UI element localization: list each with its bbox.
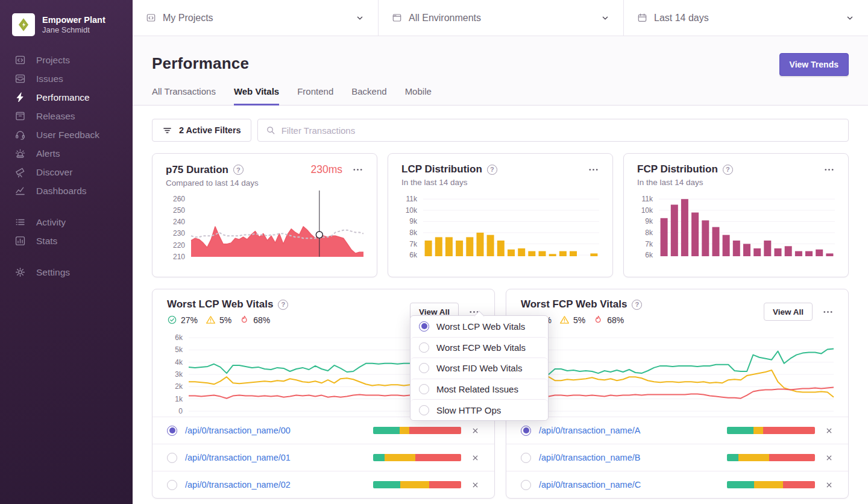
page-title: Performance [152, 53, 249, 74]
date-range-selector[interactable]: Last 14 days [624, 0, 868, 36]
transaction-radio[interactable] [521, 480, 531, 490]
menu-item-worst-fcp-web-vitals[interactable]: Worst FCP Web Vitals [410, 337, 548, 358]
transaction-radio[interactable] [167, 426, 177, 436]
filter-row: 2 Active Filters [152, 119, 849, 142]
sidebar-item-discover[interactable]: Discover [0, 163, 133, 181]
active-filters-button[interactable]: 2 Active Filters [152, 119, 251, 142]
ellipsis-menu-button[interactable] [352, 164, 363, 175]
performance-icon [14, 92, 26, 103]
bar-segment-poor [769, 454, 815, 461]
sidebar-item-issues[interactable]: Issues [0, 69, 133, 88]
y-tick-label: 240 [173, 218, 185, 226]
sidebar-item-settings[interactable]: Settings [0, 263, 133, 282]
transaction-radio[interactable] [167, 480, 177, 490]
chevron-down-icon [600, 13, 610, 23]
sidebar-item-label: User Feedback [36, 130, 99, 140]
topbar: My Projects All Environments Last 14 day… [133, 0, 868, 36]
ellipsis-menu-button[interactable] [822, 306, 834, 318]
close-icon[interactable] [471, 426, 480, 435]
search-input[interactable] [281, 125, 840, 136]
menu-item-slow-http-ops[interactable]: Slow HTTP Ops [410, 399, 548, 420]
menu-item-worst-fid-web-vitals[interactable]: Worst FID Web Vitals [410, 358, 548, 379]
transaction-link[interactable]: /api/0/transaction_name/02 [185, 480, 365, 490]
ellipsis-menu-button[interactable] [588, 164, 599, 175]
vitals-stat-value: 5% [219, 315, 231, 325]
sidebar-item-projects[interactable]: Projects [0, 51, 133, 69]
vitals-stats: 27%5%68% [521, 315, 764, 325]
org-user: Jane Schmidt [42, 25, 105, 35]
transaction-link[interactable]: /api/0/transaction_name/C [539, 480, 719, 490]
help-icon[interactable]: ? [487, 165, 497, 175]
diamond-logo-icon [16, 17, 31, 33]
transaction-radio[interactable] [167, 453, 177, 463]
sidebar-item-performance[interactable]: Performance [0, 88, 133, 107]
fcp-vitals-trend-chart [542, 330, 834, 411]
tab-all-transactions[interactable]: All Transactions [152, 86, 216, 106]
chevron-down-icon [355, 13, 365, 23]
ellipsis-menu-button[interactable] [823, 164, 835, 175]
card-subtitle: Compared to last 14 days [166, 178, 363, 187]
calendar-icon [637, 13, 647, 23]
tab-web-vitals[interactable]: Web Vitals [234, 86, 279, 106]
transaction-radio[interactable] [521, 453, 531, 463]
transaction-list: /api/0/transaction_name/00/api/0/transac… [153, 417, 494, 498]
vitals-breakdown-bar [373, 454, 461, 461]
y-tick-label: 6k [175, 333, 183, 342]
sidebar-item-stats[interactable]: Stats [0, 232, 133, 250]
help-icon[interactable]: ? [632, 300, 642, 310]
project-selector[interactable]: My Projects [133, 0, 379, 36]
sidebar-item-label: Stats [36, 236, 57, 247]
y-axis: 11k10k9k8k7k6k [637, 192, 659, 256]
menu-radio[interactable] [419, 342, 429, 353]
menu-radio[interactable] [419, 405, 429, 415]
sidebar-item-user-feedback[interactable]: User Feedback [0, 125, 133, 144]
bar-segment-poor [429, 481, 461, 488]
menu-radio[interactable] [419, 321, 429, 332]
org-switcher[interactable]: Empower Plant Jane Schmidt [0, 7, 133, 41]
ellipsis-icon [588, 164, 599, 175]
y-axis: 6k5k4k3k2k1k0 [167, 330, 189, 411]
tabs: All TransactionsWeb VitalsFrontendBacken… [152, 86, 849, 105]
p75-duration-card: p75 Duration ? 230ms Compared to last 14… [152, 153, 377, 277]
sidebar-item-releases[interactable]: Releases [0, 107, 133, 125]
sidebar-item-dashboards[interactable]: Dashboards [0, 181, 133, 200]
tab-backend[interactable]: Backend [351, 86, 386, 106]
bar-segment-good [727, 427, 753, 434]
menu-item-most-related-issues[interactable]: Most Related Issues [410, 379, 548, 400]
view-all-button[interactable]: View All [764, 303, 813, 321]
close-icon[interactable] [825, 426, 834, 435]
close-icon[interactable] [825, 480, 834, 490]
transaction-link[interactable]: /api/0/transaction_name/00 [185, 426, 365, 435]
projects-icon [14, 54, 26, 66]
menu-radio[interactable] [419, 363, 429, 373]
transaction-link[interactable]: /api/0/transaction_name/A [539, 426, 719, 435]
transaction-link[interactable]: /api/0/transaction_name/B [539, 453, 719, 462]
chart-cards-row: p75 Duration ? 230ms Compared to last 14… [152, 153, 849, 277]
close-icon[interactable] [471, 453, 480, 462]
transaction-radio[interactable] [521, 426, 531, 436]
y-tick-label: 250 [173, 206, 185, 215]
transaction-link[interactable]: /api/0/transaction_name/01 [185, 453, 365, 462]
org-logo [12, 13, 35, 36]
menu-radio[interactable] [419, 384, 429, 394]
bar-segment-good [373, 427, 400, 434]
help-icon[interactable]: ? [723, 165, 733, 175]
y-tick-label: 10k [641, 206, 653, 215]
help-icon[interactable]: ? [278, 300, 288, 310]
view-trends-button[interactable]: View Trends [779, 53, 849, 76]
environment-selector[interactable]: All Environments [379, 0, 624, 36]
close-icon[interactable] [825, 453, 834, 462]
p75-duration-chart [191, 193, 363, 257]
activity-icon [14, 216, 26, 228]
nav-section: ProjectsIssuesPerformanceReleasesUser Fe… [0, 51, 133, 200]
menu-item-label: Worst LCP Web Vitals [436, 321, 525, 332]
sidebar-item-alerts[interactable]: Alerts [0, 144, 133, 163]
tab-frontend[interactable]: Frontend [297, 86, 333, 106]
nav-section: Settings [0, 263, 133, 282]
menu-item-worst-lcp-web-vitals[interactable]: Worst LCP Web Vitals [410, 316, 548, 337]
help-icon[interactable]: ? [233, 165, 244, 175]
app: Empower Plant Jane Schmidt ProjectsIssue… [0, 0, 868, 504]
tab-mobile[interactable]: Mobile [405, 86, 432, 106]
close-icon[interactable] [471, 480, 480, 490]
sidebar-item-activity[interactable]: Activity [0, 213, 133, 232]
